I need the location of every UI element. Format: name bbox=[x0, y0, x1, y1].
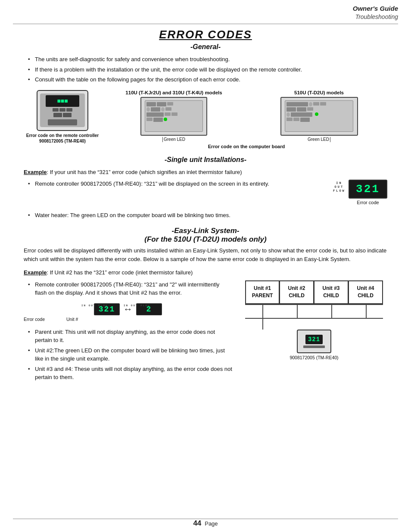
remote-label: Error code on the remote controller 9008… bbox=[24, 133, 101, 144]
single-bullet-2-text: The green LED on the computer board will… bbox=[68, 212, 230, 218]
easylink-layout: Remote controller 9008172005 (TM-RE40): … bbox=[24, 280, 387, 388]
unit-4-label: Unit #4 bbox=[357, 285, 374, 292]
error-code-caption: Error code bbox=[357, 200, 379, 205]
led-label-510: Green LED bbox=[308, 137, 330, 142]
bottom-remote-inner: 321 bbox=[302, 333, 327, 350]
led-line bbox=[162, 137, 163, 142]
displays-row: IN OUT FLOW 321 ↔ IN bbox=[94, 303, 162, 315]
example-label-single: Example bbox=[24, 169, 47, 175]
top-rule bbox=[13, 24, 398, 24]
page-header: Owner's Guide Troubleshooting bbox=[353, 4, 398, 21]
pcb-box-110 bbox=[140, 97, 207, 136]
guide-title: Owner's Guide bbox=[353, 4, 398, 13]
easy-bullet-list: Remote controller 9008172005 (TM-RE40): … bbox=[24, 280, 232, 297]
remote-diagram: ■■■ Erro bbox=[24, 90, 101, 144]
bottom-remote-box: 321 bbox=[297, 330, 331, 353]
pcb-row-510-2 bbox=[286, 107, 351, 112]
unit-box-3: Unit #3 CHILD bbox=[314, 280, 349, 304]
unit-3-sublabel: CHILD bbox=[323, 292, 339, 299]
bottom-remote: 321 9008172005 (TM-RE40) bbox=[290, 330, 338, 360]
pcb-row-510-3 bbox=[286, 112, 351, 117]
pcb-cap-2 bbox=[161, 107, 165, 112]
vert-line-1 bbox=[262, 305, 263, 318]
error-display-row: Remote controller 9008172005 (TM-RE40): … bbox=[24, 180, 387, 205]
vert-line-bottom bbox=[262, 319, 263, 330]
lcd-display-2: IN OUT FLOW 2 bbox=[136, 303, 162, 315]
diagrams-row: ■■■ Erro bbox=[24, 90, 387, 149]
example-line-single: Example: If your unit has the “321” erro… bbox=[24, 168, 387, 177]
pcb-inner-510 bbox=[285, 100, 353, 132]
easy-bullet-1-bold: Remote controller 9008172005 (TM-RE40): bbox=[35, 281, 143, 288]
example-text-single: : If your unit has the “321” error code … bbox=[47, 169, 242, 175]
two-displays-container: IN OUT FLOW 321 ↔ IN bbox=[24, 303, 232, 322]
remote-btn-1 bbox=[53, 108, 59, 112]
guide-subtitle: Troubleshooting bbox=[353, 13, 398, 21]
pcb-chip-7 bbox=[165, 112, 171, 116]
pcb-chip-4 bbox=[151, 107, 160, 112]
pcb-chip-510-1 bbox=[286, 102, 308, 106]
example-line-easy: Example: If Unit #2 has the “321” error … bbox=[24, 268, 387, 277]
remote-btn-2 bbox=[59, 108, 65, 112]
pcb-chip-510-9 bbox=[293, 118, 299, 121]
lcd-display-single: IN OUT FLOW 321 bbox=[349, 180, 387, 199]
vert-lines-container-2 bbox=[245, 319, 383, 330]
easy-bullet-4-bold: Unit #3 and #4: bbox=[35, 366, 73, 372]
pcb-box-510 bbox=[280, 97, 358, 136]
bottom-remote-btn bbox=[303, 345, 325, 348]
easy-link-heading: -Easy-Link System- (For the 510U (T-D2U)… bbox=[24, 227, 387, 244]
units-row: Unit #1 PARENT Unit #2 CHILD Unit #3 CHI… bbox=[245, 280, 383, 304]
single-bullet-1-text: “321” will be displayed on the screen in… bbox=[143, 180, 269, 187]
unit-4-sublabel: CHILD bbox=[358, 292, 374, 299]
easy-bullet-3-bold: Unit #2: bbox=[35, 347, 54, 354]
remote-box: ■■■ bbox=[37, 90, 88, 131]
display-captions: Error code Unit # bbox=[24, 317, 232, 322]
general-bullet-1: The units are self-diagnostic for safety… bbox=[28, 55, 387, 64]
page-container: Owner's Guide Troubleshooting ERROR CODE… bbox=[0, 0, 411, 532]
vert-line-3 bbox=[331, 305, 332, 318]
connection-area bbox=[245, 304, 383, 330]
pcb-cap-1 bbox=[146, 107, 150, 112]
easy-link-line1: -Easy-Link System- bbox=[24, 227, 387, 235]
pcb-chip-1 bbox=[146, 102, 156, 106]
pcb-chip-2 bbox=[157, 102, 166, 106]
lcd-mini-labels-2: IN OUT FLOW bbox=[124, 304, 150, 308]
pcb-row-510-4 bbox=[286, 118, 351, 122]
easy-bullet-list-2: Parent unit: This unit will not display … bbox=[24, 328, 232, 382]
pcb-chip-510-2 bbox=[313, 102, 319, 106]
main-content: ERROR CODES -General- The units are self… bbox=[24, 28, 387, 388]
single-bullet-list-2: Water heater: The green LED on the compu… bbox=[24, 211, 387, 220]
unit-box-2: Unit #2 CHILD bbox=[280, 280, 314, 304]
pcb-chip-510-10 bbox=[300, 118, 310, 122]
easylink-right-col: Unit #1 PARENT Unit #2 CHILD Unit #3 CHI… bbox=[241, 280, 387, 388]
vert-line-2 bbox=[297, 305, 298, 318]
easy-link-line2: (For the 510U (T-D2U) models only) bbox=[24, 235, 387, 244]
lcd-321-wrapper: IN OUT FLOW 321 bbox=[94, 303, 120, 315]
pcb-chip-510-5 bbox=[297, 107, 306, 112]
pcb-row-510-1 bbox=[286, 102, 351, 106]
example-text-easy: : If Unit #2 has the “321” error code (i… bbox=[47, 269, 193, 276]
pcb-cap-510-2 bbox=[286, 112, 290, 117]
general-bullet-3: Consult with the table on the following … bbox=[28, 75, 387, 84]
page-number: 44 Page bbox=[193, 519, 218, 528]
model-110-310-title: 110U (T-KJr2U) and 310U (T-K4U) models bbox=[125, 90, 222, 95]
remote-box-inner: ■■■ bbox=[40, 93, 85, 127]
error-code-board-label: Error code on the computer board bbox=[106, 144, 387, 149]
pcb-chip-510-8 bbox=[286, 118, 293, 121]
green-led-label-2: Green LED bbox=[308, 137, 329, 142]
pcb-row-1 bbox=[146, 102, 202, 106]
remote-screen: ■■■ bbox=[46, 95, 79, 107]
led-green-510 bbox=[315, 112, 318, 116]
pcb-diagrams-row: 110U (T-KJr2U) and 310U (T-K4U) models bbox=[106, 90, 387, 142]
unit-1-label: Unit #1 bbox=[254, 285, 271, 292]
unit-box-4: Unit #4 CHILD bbox=[349, 280, 383, 304]
model-510-title: 510U (T-D2U) models bbox=[294, 90, 344, 95]
easylink-left-col: Remote controller 9008172005 (TM-RE40): … bbox=[24, 280, 232, 388]
error-display-text: Remote controller 9008172005 (TM-RE40): … bbox=[24, 180, 340, 194]
general-bullet-2: If there is a problem with the installat… bbox=[28, 65, 387, 74]
unit-box-1: Unit #1 PARENT bbox=[245, 280, 280, 304]
example-label-easy: Example bbox=[24, 269, 47, 276]
lcd-side-labels: IN OUT FLOW bbox=[333, 181, 346, 193]
easy-link-para: Error codes will be displayed differentl… bbox=[24, 246, 387, 264]
green-led-label-1: Green LED bbox=[164, 137, 185, 142]
pcb-inner-110 bbox=[145, 100, 203, 132]
